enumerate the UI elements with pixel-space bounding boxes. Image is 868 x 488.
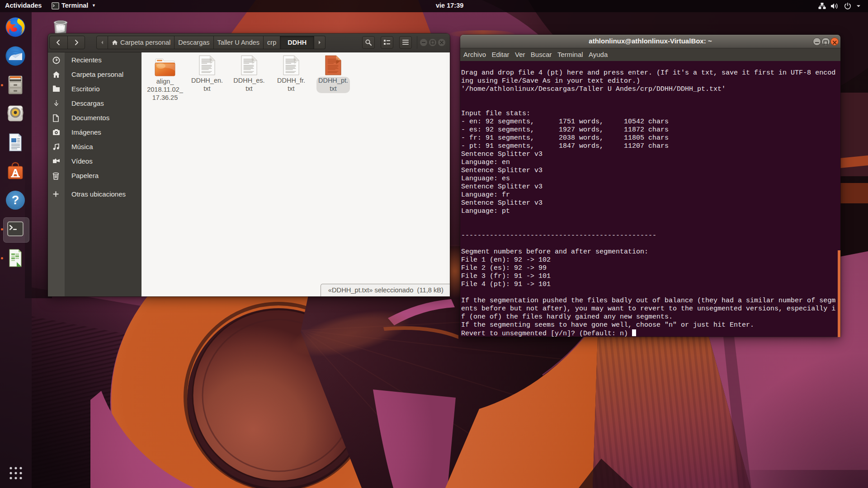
svg-text:?: ? xyxy=(12,193,19,207)
